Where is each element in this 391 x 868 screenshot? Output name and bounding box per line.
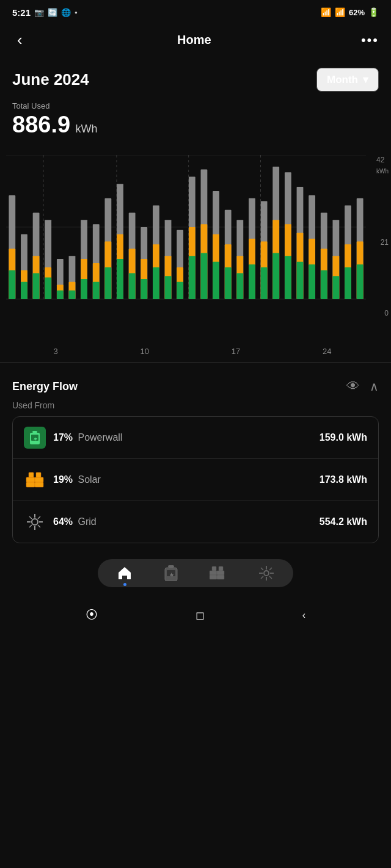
nav-item-grid[interactable] [258,565,274,581]
svg-rect-123 [219,566,223,571]
stats-display: 886.9 kWh [12,112,379,138]
svg-rect-57 [201,253,208,299]
solar-icon [24,469,46,491]
sync-icon: 🔄 [48,8,57,17]
wifi-icon: 📶 [321,7,331,17]
svg-rect-69 [249,264,255,299]
grid-value: 554.2 kWh [320,516,367,527]
stats-section: Total Used 886.9 kWh [0,95,391,142]
svg-line-111 [29,516,32,519]
stats-unit: kWh [76,123,98,135]
nav-active-dot [123,583,126,586]
svg-rect-45 [153,267,159,299]
bottom-nav-wrap [0,553,391,597]
svg-rect-99 [31,435,38,441]
grid-nav-icon [258,565,274,581]
period-selector-label: Month [327,74,358,86]
y-label-min: 0 [384,309,389,317]
battery-icon: 🔋 [368,7,379,17]
recent-apps-button[interactable]: ⦿ [86,608,98,622]
svg-line-113 [38,516,40,519]
chevron-down-icon: ▾ [363,73,368,86]
back-button[interactable]: ‹ [12,28,27,52]
month-year-label: June 2024 [12,70,89,89]
energy-cards-list: 17% Powerwall 159.0 kWh 19% Solar [12,416,379,543]
svg-rect-12 [21,282,27,299]
stats-value: 886.9 [12,112,70,137]
svg-line-132 [261,576,263,579]
grid-percent: 64% [53,516,73,527]
svg-rect-81 [297,262,304,299]
svg-rect-115 [168,565,174,568]
nav-item-home[interactable] [117,565,133,581]
bar-chart-svg [6,155,379,314]
back-system-button[interactable]: ‹ [302,610,305,621]
svg-line-130 [269,576,272,579]
page-title: Home [177,33,211,47]
used-from-label: Used From [12,400,379,410]
signal-icon: 📶 [335,7,345,17]
period-selector-button[interactable]: Month ▾ [316,68,379,92]
x-label-24: 24 [323,347,331,356]
svg-rect-100 [26,477,35,482]
solar-nav-icon [210,566,227,580]
energy-card-grid: 64% Grid 554.2 kWh [13,501,378,543]
svg-rect-63 [225,267,232,299]
svg-line-131 [269,568,272,570]
system-bar: ⦿ ◻ ‹ [0,599,391,631]
dot-icon: ● [75,10,78,15]
svg-rect-60 [213,262,219,299]
svg-line-129 [261,568,263,570]
collapse-button[interactable]: ∧ [370,379,379,394]
svg-rect-33 [104,267,111,299]
home-nav-icon [117,565,133,581]
svg-rect-122 [212,566,216,571]
y-label-unit: kWh [376,168,389,175]
svg-rect-66 [236,273,243,299]
energy-card-powerwall: 17% Powerwall 159.0 kWh [13,417,378,459]
energy-flow-controls: 👁 ∧ [346,378,379,394]
energy-card-solar: 19% Solar 173.8 kWh [13,459,378,501]
status-time: 5:21 [12,7,31,18]
y-axis-labels: 42 kWh 21 0 [376,154,389,317]
grid-svg-icon [26,513,44,531]
powerwall-label: 17% Powerwall [53,432,320,443]
svg-rect-87 [321,270,327,299]
nav-item-powerwall[interactable] [164,565,178,581]
svg-rect-39 [129,273,136,299]
grid-name: Grid [78,516,96,527]
svg-rect-90 [332,276,339,299]
svg-rect-9 [9,270,15,299]
svg-rect-72 [261,267,268,299]
powerwall-icon [24,427,46,449]
svg-point-124 [264,571,269,576]
top-nav: ‹ Home ••• [0,22,391,62]
grid-label: 64% Grid [53,516,320,527]
x-label-10: 10 [140,347,148,356]
svg-rect-101 [35,477,43,482]
home-button[interactable]: ◻ [196,609,205,622]
svg-rect-42 [141,279,147,299]
svg-line-114 [29,525,32,527]
status-bar: 5:21 📷 🔄 🌐 ● 📶 📶 62% 🔋 [0,0,391,22]
svg-rect-105 [36,472,41,477]
powerwall-percent: 17% [53,432,73,443]
svg-rect-97 [32,431,37,433]
svg-rect-118 [210,571,217,575]
solar-svg-icon [25,471,45,488]
svg-rect-120 [210,575,217,579]
svg-rect-78 [285,256,291,299]
nav-item-solar[interactable] [210,566,227,580]
svg-rect-119 [217,571,224,575]
period-section: June 2024 Month ▾ [0,62,391,95]
svg-rect-15 [33,273,40,299]
solar-value: 173.8 kWh [320,474,367,485]
solar-percent: 19% [53,474,73,485]
menu-button[interactable]: ••• [361,32,379,48]
x-label-17: 17 [232,347,240,356]
visibility-toggle-button[interactable]: 👁 [346,378,360,394]
svg-rect-104 [29,472,34,477]
y-label-max: 42 [376,156,384,164]
svg-line-112 [38,525,40,527]
svg-rect-27 [81,279,87,299]
